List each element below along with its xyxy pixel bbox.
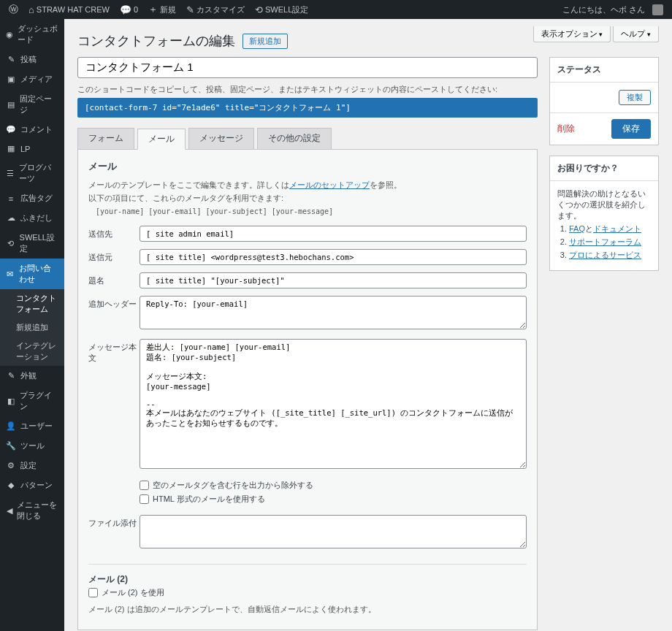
menu-blogparts[interactable]: ☰ブログパーツ xyxy=(0,158,64,188)
headers-label: 追加ヘッダー xyxy=(88,296,140,332)
menu-media[interactable]: ▣メディア xyxy=(0,69,64,89)
mail-description: メールのテンプレートをここで編集できます。詳しくはメールのセットアップを参照。 … xyxy=(88,179,527,204)
page-title: コンタクトフォームの編集 新規追加 xyxy=(77,32,533,50)
mail-panel: メール メールのテンプレートをここで編集できます。詳しくはメールのセットアップを… xyxy=(77,149,538,630)
delete-link[interactable]: 削除 xyxy=(557,123,575,135)
mail2-checkbox[interactable] xyxy=(88,588,98,597)
tab-messages[interactable]: メッセージ xyxy=(188,128,254,149)
site-name[interactable]: ⌂STRAW HAT CREW xyxy=(26,4,112,15)
save-button-side[interactable]: 保存 xyxy=(611,119,651,139)
mail-tags: [your-name] [your-email] [your-subject] … xyxy=(88,204,527,218)
support-forum-link[interactable]: サポートフォーラム xyxy=(569,237,641,246)
attach-label: ファイル添付 xyxy=(88,515,140,551)
menu-tools[interactable]: 🔧ツール xyxy=(0,436,64,456)
tab-other[interactable]: その他の設定 xyxy=(257,128,332,149)
menu-users[interactable]: 👤ユーザー xyxy=(0,416,64,436)
comments-count[interactable]: 💬0 xyxy=(117,4,141,15)
shortcode-hint: このショートコードをコピーして、投稿、固定ページ、またはテキストウィジェットの内… xyxy=(77,84,538,95)
faq-link[interactable]: FAQ xyxy=(569,224,585,233)
body-textarea[interactable] xyxy=(140,339,527,469)
exclude-checkbox[interactable] xyxy=(140,481,149,490)
help-heading: お困りですか？ xyxy=(550,156,658,181)
submenu-addnew[interactable]: 新規追加 xyxy=(0,318,64,337)
mail2-heading: メール (2) xyxy=(88,573,527,586)
help-box: お困りですか？ 問題解決の助けとなるいくつかの選択肢を紹介します。 FAQとドキ… xyxy=(549,156,659,271)
mail2-checkbox-label: メール (2) を使用 xyxy=(102,587,164,598)
form-title-input[interactable] xyxy=(77,57,538,78)
status-heading: ステータス xyxy=(550,58,658,83)
menu-fukidashi[interactable]: ☁ふきだし xyxy=(0,208,64,228)
mail-setup-link[interactable]: メールのセットアップ xyxy=(289,180,370,189)
subject-input[interactable] xyxy=(140,272,527,288)
customize[interactable]: ✎カスタマイズ xyxy=(183,4,248,15)
add-new-button[interactable]: 新規追加 xyxy=(243,34,288,49)
tab-form[interactable]: フォーム xyxy=(77,128,134,149)
docs-link[interactable]: ドキュメント xyxy=(593,224,641,233)
swell-settings-bar[interactable]: ⟲SWELL設定 xyxy=(252,4,311,15)
new-content[interactable]: ＋新規 xyxy=(145,3,179,16)
usehtml-label: HTML 形式のメールを使用する xyxy=(153,494,265,505)
subject-label: 題名 xyxy=(88,272,140,288)
wp-logo[interactable]: ⓦ xyxy=(6,3,21,16)
menu-comments[interactable]: 💬コメント xyxy=(0,120,64,139)
tab-mail[interactable]: メール xyxy=(137,129,186,150)
headers-textarea[interactable] xyxy=(140,296,527,329)
menu-dashboard[interactable]: ◉ダッシュボード xyxy=(0,19,64,50)
menu-pages[interactable]: ▤固定ページ xyxy=(0,89,64,120)
to-input[interactable] xyxy=(140,226,527,242)
menu-adtag[interactable]: ≡広告タグ xyxy=(0,188,64,208)
menu-settings[interactable]: ⚙設定 xyxy=(0,456,64,475)
screen-options-button[interactable]: 表示オプション xyxy=(533,26,611,42)
help-button[interactable]: ヘルプ xyxy=(613,26,659,42)
greeting: こんにちは、ヘボ さん xyxy=(562,4,645,15)
submenu-integration[interactable]: インテグレーション xyxy=(0,337,64,366)
exclude-label: 空のメールタグを含む行を出力から除外する xyxy=(153,480,313,491)
duplicate-button[interactable]: 複製 xyxy=(619,90,651,105)
from-input[interactable] xyxy=(140,249,527,265)
menu-swell[interactable]: ⟲SWELL設定 xyxy=(0,228,64,259)
menu-patterns[interactable]: ◆パターン xyxy=(0,475,64,495)
attach-textarea[interactable] xyxy=(140,515,527,548)
to-label: 送信先 xyxy=(88,226,140,242)
usehtml-checkbox[interactable] xyxy=(140,494,149,504)
body-label: メッセージ本文 xyxy=(88,339,140,471)
menu-plugins[interactable]: ◧プラグイン xyxy=(0,386,64,416)
mail-heading: メール xyxy=(88,160,527,173)
from-label: 送信元 xyxy=(88,249,140,265)
menu-contact[interactable]: ✉お問い合わせ xyxy=(0,259,64,289)
pro-service-link[interactable]: プロによるサービス xyxy=(569,251,641,259)
status-box: ステータス 複製 削除 保存 xyxy=(549,57,659,145)
shortcode-display[interactable]: [contact-form-7 id="7e1ade6" title="コンタク… xyxy=(77,98,538,118)
submenu-contactform[interactable]: コンタクトフォーム xyxy=(0,289,64,318)
mail2-note: メール (2) は追加のメールテンプレートで、自動返信メールによく使われます。 xyxy=(88,604,527,615)
help-text: 問題解決の助けとなるいくつかの選択肢を紹介します。 xyxy=(557,188,651,221)
menu-posts[interactable]: ✎投稿 xyxy=(0,50,64,69)
menu-appearance[interactable]: ✎外観 xyxy=(0,366,64,386)
menu-collapse[interactable]: ◀メニューを閉じる xyxy=(0,495,64,526)
avatar-icon[interactable] xyxy=(649,4,666,15)
menu-lp[interactable]: ▦LP xyxy=(0,139,64,158)
